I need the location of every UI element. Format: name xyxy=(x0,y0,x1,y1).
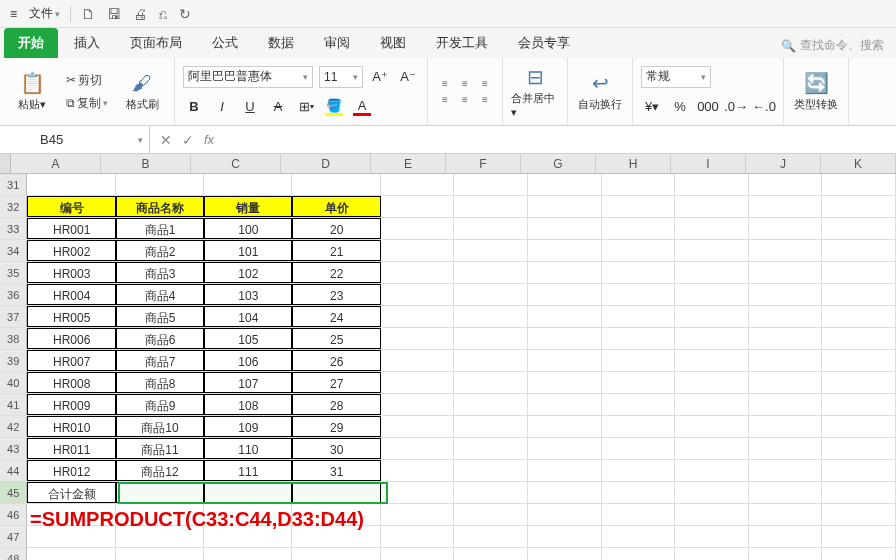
currency-button[interactable]: ¥▾ xyxy=(641,96,663,118)
align-center[interactable]: ≡ xyxy=(456,93,474,107)
cell[interactable] xyxy=(675,196,749,217)
cell[interactable] xyxy=(528,460,602,481)
print-icon[interactable]: 🖨 xyxy=(129,4,151,24)
cell[interactable] xyxy=(602,372,676,393)
cell[interactable] xyxy=(204,548,292,560)
cell[interactable] xyxy=(602,394,676,415)
font-name-select[interactable]: 阿里巴巴普惠体 xyxy=(183,66,313,88)
cell[interactable] xyxy=(381,482,455,503)
row-header[interactable]: 37 xyxy=(0,306,27,327)
cell[interactable] xyxy=(454,196,528,217)
cell[interactable] xyxy=(602,438,676,459)
cell[interactable] xyxy=(116,548,204,560)
cell[interactable]: 27 xyxy=(292,372,380,393)
cell[interactable] xyxy=(204,482,292,503)
cell[interactable]: 30 xyxy=(292,438,380,459)
cell[interactable] xyxy=(822,548,896,560)
font-size-select[interactable]: 11 xyxy=(319,66,363,88)
row-header[interactable]: 45 xyxy=(0,482,27,503)
cell[interactable] xyxy=(822,526,896,547)
cell[interactable] xyxy=(822,350,896,371)
row-header[interactable]: 47 xyxy=(0,526,27,547)
col-header-G[interactable]: G xyxy=(521,154,596,173)
cell[interactable] xyxy=(381,240,455,261)
cell[interactable]: 102 xyxy=(204,262,292,283)
cell[interactable] xyxy=(675,262,749,283)
cell[interactable] xyxy=(454,350,528,371)
cell[interactable] xyxy=(454,372,528,393)
cell[interactable]: HR002 xyxy=(27,240,115,261)
cell[interactable] xyxy=(822,504,896,525)
row-header[interactable]: 39 xyxy=(0,350,27,371)
cut-button[interactable]: ✂剪切 xyxy=(62,70,112,91)
cell[interactable] xyxy=(602,306,676,327)
cell[interactable]: 商品12 xyxy=(116,460,204,481)
accept-formula-icon[interactable]: ✓ xyxy=(182,132,194,148)
row-header[interactable]: 32 xyxy=(0,196,27,217)
cell[interactable]: 26 xyxy=(292,350,380,371)
cell[interactable] xyxy=(602,482,676,503)
cell[interactable]: 22 xyxy=(292,262,380,283)
cell[interactable] xyxy=(749,240,823,261)
cell[interactable] xyxy=(454,174,528,195)
cell[interactable]: 101 xyxy=(204,240,292,261)
cell[interactable] xyxy=(602,240,676,261)
cell[interactable] xyxy=(822,306,896,327)
cell[interactable] xyxy=(749,262,823,283)
cell[interactable] xyxy=(454,482,528,503)
cell[interactable]: 109 xyxy=(204,416,292,437)
cell[interactable] xyxy=(822,262,896,283)
align-top[interactable]: ≡ xyxy=(436,77,454,91)
cell[interactable] xyxy=(381,328,455,349)
cell[interactable] xyxy=(528,372,602,393)
cell[interactable] xyxy=(528,482,602,503)
percent-button[interactable]: % xyxy=(669,96,691,118)
cell[interactable]: 20 xyxy=(292,218,380,239)
cell[interactable] xyxy=(381,306,455,327)
cell[interactable] xyxy=(822,240,896,261)
cell[interactable] xyxy=(822,284,896,305)
cell[interactable] xyxy=(675,350,749,371)
cell[interactable]: 104 xyxy=(204,306,292,327)
cell[interactable]: 103 xyxy=(204,284,292,305)
cell[interactable]: 21 xyxy=(292,240,380,261)
cell[interactable] xyxy=(822,372,896,393)
cell[interactable] xyxy=(602,460,676,481)
cell[interactable] xyxy=(454,394,528,415)
type-convert-button[interactable]: 🔄 类型转换 xyxy=(792,71,840,112)
cell[interactable] xyxy=(454,262,528,283)
file-menu[interactable]: 文件▾ xyxy=(25,3,64,24)
cancel-formula-icon[interactable]: ✕ xyxy=(160,132,172,148)
cell[interactable] xyxy=(528,328,602,349)
cell[interactable] xyxy=(675,526,749,547)
cell[interactable] xyxy=(675,504,749,525)
tab-view[interactable]: 视图 xyxy=(366,28,420,58)
cell[interactable] xyxy=(204,174,292,195)
increase-font-button[interactable]: A⁺ xyxy=(369,66,391,88)
search-box[interactable]: 🔍 查找命令、搜索 xyxy=(773,33,892,58)
cell[interactable] xyxy=(602,328,676,349)
number-format-select[interactable]: 常规 xyxy=(641,66,711,88)
tab-start[interactable]: 开始 xyxy=(4,28,58,58)
cell[interactable]: 24 xyxy=(292,306,380,327)
cell[interactable] xyxy=(602,416,676,437)
cell[interactable] xyxy=(528,262,602,283)
dec-decimal-button[interactable]: ←.0 xyxy=(753,96,775,118)
cell[interactable] xyxy=(675,372,749,393)
row-header[interactable]: 38 xyxy=(0,328,27,349)
cell[interactable]: HR008 xyxy=(27,372,115,393)
cell[interactable] xyxy=(822,416,896,437)
cell[interactable]: 31 xyxy=(292,460,380,481)
cell[interactable] xyxy=(381,416,455,437)
cell[interactable] xyxy=(675,240,749,261)
cell[interactable] xyxy=(675,174,749,195)
row-header[interactable]: 43 xyxy=(0,438,27,459)
col-header-F[interactable]: F xyxy=(446,154,521,173)
cell[interactable] xyxy=(454,328,528,349)
cell[interactable]: HR007 xyxy=(27,350,115,371)
cell[interactable]: HR009 xyxy=(27,394,115,415)
cell[interactable] xyxy=(675,284,749,305)
cell[interactable]: 商品7 xyxy=(116,350,204,371)
row-header[interactable]: 34 xyxy=(0,240,27,261)
cell[interactable] xyxy=(749,328,823,349)
